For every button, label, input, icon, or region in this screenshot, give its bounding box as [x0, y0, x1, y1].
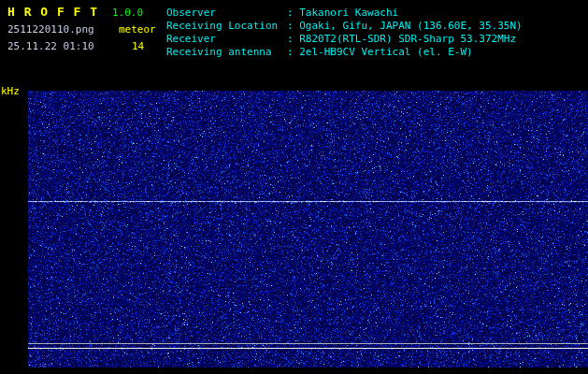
app-header: H R O F F T 1.0.0 2511220110.png meteor …: [7, 5, 156, 57]
output-filename: 2511220110.png: [7, 23, 119, 36]
time-row: 25.11.22 01:10 14: [7, 40, 156, 52]
title-row: H R O F F T 1.0.0: [7, 5, 156, 19]
hrofft-output-window: H R O F F T 1.0.0 2511220110.png meteor …: [0, 0, 588, 374]
station-info-row: Receiving antenna: 2el-HB9CV Vertical (e…: [166, 46, 523, 59]
info-value: : R820T2(RTL-SDR) SDR-Sharp 53.372MHz: [287, 33, 516, 45]
app-title: H R O F F T: [7, 5, 112, 19]
station-info: Observer: Takanori Kawachi Receiving Loc…: [166, 7, 523, 59]
app-version: 1.0.0: [112, 5, 143, 19]
info-label: Receiving Location: [166, 20, 287, 33]
file-row: 2511220110.png meteor: [7, 23, 156, 36]
info-value: : 2el-HB9CV Vertical (el. E-W): [287, 46, 473, 58]
station-info-row: Observer: Takanori Kawachi: [166, 7, 523, 20]
timestamp: 25.11.22 01:10: [7, 40, 119, 52]
station-info-row: Receiving Location: Ogaki, Gifu, JAPAN (…: [166, 20, 523, 33]
info-value: : Takanori Kawachi: [287, 7, 398, 19]
freq-unit-label: kHz: [1, 85, 20, 97]
meteor-count: 14: [119, 40, 144, 52]
info-label: Receiver: [166, 33, 287, 46]
info-label: Observer: [166, 7, 287, 20]
mode-label: meteor: [119, 23, 156, 36]
station-info-row: Receiver: R820T2(RTL-SDR) SDR-Sharp 53.3…: [166, 33, 523, 46]
info-value: : Ogaki, Gifu, JAPAN (136.60E, 35.35N): [287, 20, 523, 32]
info-label: Receiving antenna: [166, 46, 287, 59]
